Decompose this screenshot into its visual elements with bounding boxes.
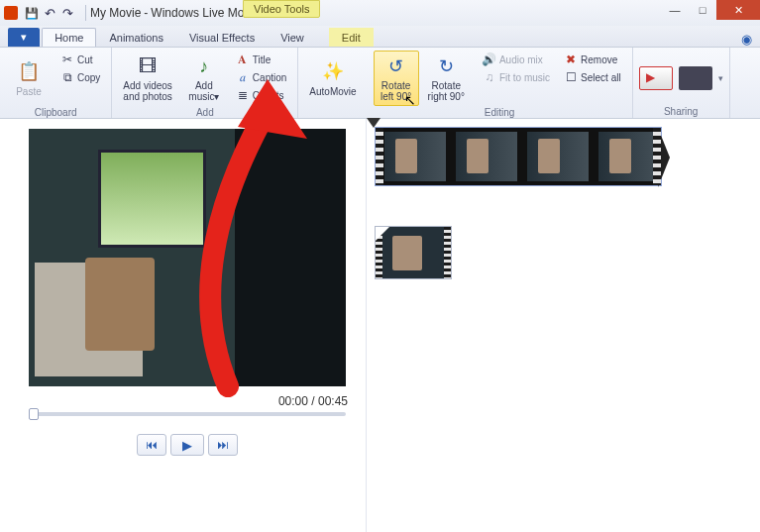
copy-icon: [60, 70, 74, 84]
caption-icon: [236, 70, 250, 84]
app-icon: [4, 6, 18, 20]
add-music-button[interactable]: Add music▾: [181, 51, 227, 106]
prev-frame-button[interactable]: ⏮: [137, 434, 166, 456]
share-device-icon[interactable]: [679, 66, 712, 90]
time-readout: 00:00 / 00:45: [16, 386, 358, 412]
tab-view[interactable]: View: [268, 28, 317, 47]
rotate-right-icon: [434, 54, 458, 78]
chevron-down-icon[interactable]: ▾: [718, 73, 723, 83]
group-sharing: ▾ Sharing: [633, 48, 730, 118]
rotate-left-button[interactable]: Rotate left 90° ↖: [374, 51, 419, 106]
video-frame: [29, 129, 346, 386]
timeline-clip[interactable]: [375, 127, 662, 186]
cut-button[interactable]: Cut: [55, 51, 105, 68]
redo-icon[interactable]: [59, 5, 75, 21]
music-icon: [192, 54, 216, 78]
help-icon[interactable]: ◉: [741, 32, 752, 47]
close-button[interactable]: ✕: [716, 0, 760, 20]
add-videos-photos-button[interactable]: Add videos and photos: [118, 51, 177, 106]
preview-pane: 00:00 / 00:45 ⏮ ▶ ⏭: [0, 119, 367, 532]
next-frame-button[interactable]: ⏭: [208, 434, 238, 456]
fit-music-icon: [483, 70, 496, 84]
context-tab-label: Video Tools: [243, 0, 320, 18]
remove-icon: [564, 53, 578, 66]
tab-visual-effects[interactable]: Visual Effects: [176, 28, 268, 47]
clip-thumbnail[interactable]: [375, 226, 452, 279]
credits-icon: [236, 88, 250, 102]
rotate-left-icon: [384, 54, 408, 78]
seek-thumb[interactable]: [29, 408, 39, 420]
main-area: 00:00 / 00:45 ⏮ ▶ ⏭: [0, 119, 760, 532]
minimize-button[interactable]: —: [661, 0, 689, 20]
undo-icon[interactable]: [42, 5, 57, 21]
tab-animations[interactable]: Animations: [96, 28, 175, 47]
title-bar: My Movie - Windows Live Movie ... Video …: [0, 0, 760, 26]
fit-to-music-button[interactable]: Fit to music: [478, 68, 555, 86]
document-title: My Movie: [90, 6, 141, 20]
video-preview[interactable]: [29, 129, 346, 386]
audio-mix-button[interactable]: Audio mix: [478, 51, 555, 68]
ribbon-tabs: ▾ Home Animations Visual Effects View Ed…: [0, 26, 760, 48]
group-add: Add videos and photos Add music▾ Title C…: [112, 48, 298, 118]
paste-button[interactable]: Paste: [6, 51, 52, 106]
credits-button[interactable]: Credits: [231, 86, 291, 104]
window-controls: — □ ✕: [661, 0, 760, 20]
separator: [85, 5, 86, 21]
file-tab[interactable]: ▾: [8, 28, 40, 47]
title-icon: [236, 53, 250, 66]
tab-edit[interactable]: Edit: [329, 28, 374, 47]
quick-access-toolbar: [24, 5, 75, 21]
paste-icon: [17, 60, 41, 84]
select-all-icon: [564, 70, 578, 84]
ribbon: Paste Cut Copy Clipboard Add videos and …: [0, 48, 760, 119]
transport-controls: ⏮ ▶ ⏭: [16, 434, 358, 456]
title-button[interactable]: Title: [231, 51, 291, 68]
media-icon: [136, 54, 160, 78]
maximize-button[interactable]: □: [689, 0, 716, 20]
group-editing: Rotate left 90° ↖ Rotate right 90° Audio…: [368, 48, 633, 118]
audio-icon: [483, 53, 496, 66]
end-marker-icon: [658, 128, 670, 187]
remove-button[interactable]: Remove: [559, 51, 626, 68]
select-all-button[interactable]: Select all: [559, 68, 626, 86]
share-youtube-icon[interactable]: [639, 66, 673, 90]
cursor-icon: ↖: [404, 95, 416, 106]
storyboard-pane[interactable]: [367, 119, 760, 532]
play-button[interactable]: ▶: [170, 434, 204, 456]
wand-icon: [321, 60, 345, 84]
seek-bar[interactable]: [29, 412, 346, 416]
group-clipboard: Paste Cut Copy Clipboard: [0, 48, 112, 118]
rotate-right-button[interactable]: Rotate right 90°: [423, 51, 470, 106]
automovie-button[interactable]: AutoMovie: [304, 51, 361, 106]
tab-home[interactable]: Home: [42, 28, 96, 47]
save-icon[interactable]: [24, 5, 40, 21]
cut-icon: [60, 53, 74, 66]
caption-button[interactable]: Caption: [231, 68, 291, 86]
group-automovie: AutoMovie: [298, 48, 367, 118]
copy-button[interactable]: Copy: [55, 68, 105, 86]
